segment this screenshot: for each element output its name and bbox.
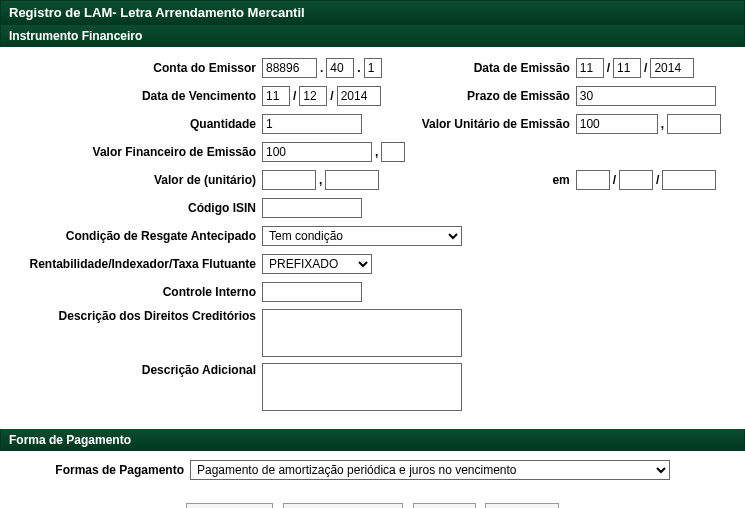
valor-unitario-emissao-dec[interactable] [667, 114, 721, 134]
data-vencimento-m[interactable] [299, 86, 327, 106]
formas-pagamento-select[interactable]: Pagamento de amortização periódica e jur… [190, 460, 670, 480]
confirmar-button[interactable]: Confirmar [186, 503, 273, 508]
label-rentabilidade: Rentabilidade/Indexador/Taxa Flutuante [12, 257, 262, 271]
sep-slash: / [607, 61, 610, 75]
sep-slash: / [644, 61, 647, 75]
label-conta-emissor: Conta do Emissor [12, 61, 262, 75]
limpar-button[interactable]: Limpar Campos [283, 503, 404, 508]
valor-financeiro-emissao-dec[interactable] [381, 142, 405, 162]
em-m[interactable] [619, 170, 653, 190]
prazo-emissao[interactable] [576, 86, 716, 106]
button-row: Confirmar Limpar Campos Voltar Desistir [0, 491, 745, 508]
sep-dot: . [320, 61, 323, 75]
valor-de-unitario-dec[interactable] [325, 170, 379, 190]
em-y[interactable] [662, 170, 716, 190]
data-emissao-d[interactable] [576, 58, 604, 78]
label-em: em [416, 173, 576, 187]
conta-emissor-p1[interactable] [262, 58, 317, 78]
form-pagamento: Formas de Pagamento Pagamento de amortiz… [0, 451, 745, 491]
sep-comma: , [661, 117, 664, 131]
controle-interno[interactable] [262, 282, 362, 302]
section-pagamento: Forma de Pagamento [0, 429, 745, 451]
label-codigo-isin: Código ISIN [12, 201, 262, 215]
label-valor-financeiro-emissao: Valor Financeiro de Emissão [12, 145, 262, 159]
label-formas-pagamento: Formas de Pagamento [12, 463, 190, 477]
data-vencimento-y[interactable] [337, 86, 381, 106]
conta-emissor-p2[interactable] [326, 58, 354, 78]
sep-comma: , [375, 145, 378, 159]
valor-de-unitario-int[interactable] [262, 170, 316, 190]
label-valor-de-unitario: Valor de (unitário) [12, 173, 262, 187]
data-emissao-y[interactable] [650, 58, 694, 78]
sep-slash: / [656, 173, 659, 187]
valor-financeiro-emissao-int[interactable] [262, 142, 372, 162]
codigo-isin[interactable] [262, 198, 362, 218]
sep-slash: / [293, 89, 296, 103]
sep-dot: . [357, 61, 360, 75]
label-data-emissao: Data de Emissão [416, 61, 576, 75]
label-prazo-emissao: Prazo de Emissão [416, 89, 576, 103]
descricao-adicional[interactable] [262, 363, 462, 411]
label-controle-interno: Controle Interno [12, 285, 262, 299]
label-valor-unitario-emissao: Valor Unitário de Emissão [416, 117, 576, 131]
data-emissao-m[interactable] [613, 58, 641, 78]
form-instrumento: Conta do Emissor . . Data de Emissão / /… [0, 47, 745, 429]
page-title: Registro de LAM- Letra Arrendamento Merc… [0, 0, 745, 25]
condicao-resgate-select[interactable]: Tem condição [262, 226, 462, 246]
conta-emissor-p3[interactable] [364, 58, 382, 78]
descricao-direitos[interactable] [262, 309, 462, 357]
label-descricao-adicional: Descrição Adicional [12, 363, 262, 377]
sep-slash: / [613, 173, 616, 187]
voltar-button[interactable]: Voltar [413, 503, 476, 508]
label-descricao-direitos: Descrição dos Direitos Creditórios [12, 309, 262, 323]
desistir-button[interactable]: Desistir [485, 503, 559, 508]
section-instrumento: Instrumento Financeiro [0, 25, 745, 47]
sep-slash: / [330, 89, 333, 103]
quantidade[interactable] [262, 114, 362, 134]
label-data-vencimento: Data de Vencimento [12, 89, 262, 103]
rentabilidade-select[interactable]: PREFIXADO [262, 254, 372, 274]
data-vencimento-d[interactable] [262, 86, 290, 106]
valor-unitario-emissao-int[interactable] [576, 114, 658, 134]
label-condicao-resgate: Condição de Resgate Antecipado [12, 229, 262, 243]
label-quantidade: Quantidade [12, 117, 262, 131]
em-d[interactable] [576, 170, 610, 190]
sep-comma: , [319, 173, 322, 187]
